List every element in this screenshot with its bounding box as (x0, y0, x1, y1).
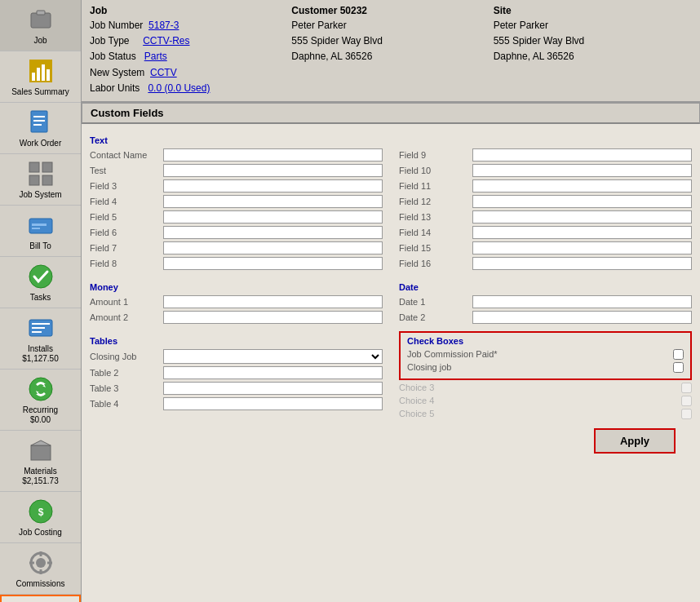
recurring-icon (26, 374, 55, 404)
site-name: Peter Parker (494, 20, 548, 31)
sidebar-item-custom-fields[interactable]: Custom Fields (0, 595, 81, 602)
new-system-value[interactable]: CCTV (150, 67, 177, 78)
amount1-input[interactable] (163, 295, 383, 308)
field11-input[interactable] (472, 179, 692, 193)
field16-input[interactable] (472, 257, 692, 270)
amount1-label: Amount 1 (90, 297, 163, 307)
money-section: Money Amount 1 Amount 2 (90, 277, 383, 326)
field7-input[interactable] (163, 241, 383, 255)
field12-label: Field 12 (399, 197, 472, 206)
field8-label: Field 8 (90, 259, 163, 268)
table2-input[interactable] (163, 366, 383, 379)
table3-input[interactable] (163, 382, 383, 395)
date2-label: Date 2 (399, 312, 472, 322)
closing-job-select[interactable] (163, 349, 383, 364)
money-date-sections: Money Amount 1 Amount 2 Date Date 1 (90, 277, 692, 326)
sidebar-item-job[interactable]: Job (0, 0, 81, 51)
field-row-field16: Field 16 (399, 257, 692, 270)
field-row-field3: Field 3 (90, 179, 383, 193)
field-row-contact-name: Contact Name (90, 148, 383, 162)
choice3-checkbox[interactable] (681, 383, 692, 393)
col2-header: Customer 50232 (291, 5, 490, 16)
sidebar-item-work-order[interactable]: Work Order (0, 103, 81, 154)
tables-checkboxes-section: Tables Closing Job Table 2 Table 3 (90, 331, 692, 422)
field15-input[interactable] (472, 241, 692, 255)
choice5-checkbox[interactable] (681, 409, 692, 419)
apply-button[interactable]: Apply (594, 428, 676, 454)
svg-rect-12 (42, 162, 52, 172)
checkbox-row-choice3: Choice 3 (399, 383, 692, 393)
field5-input[interactable] (163, 210, 383, 224)
checkbox-row-choice5: Choice 5 (399, 409, 692, 419)
field13-label: Field 13 (399, 212, 472, 222)
job-commission-paid-checkbox[interactable] (673, 349, 684, 360)
sidebar-item-recurring[interactable]: Recurring$0.00 (0, 370, 81, 431)
date1-input[interactable] (472, 295, 692, 308)
sidebar-item-materials[interactable]: Materials$2,151.73 (0, 431, 81, 492)
field8-input[interactable] (163, 257, 383, 270)
table4-label: Table 4 (90, 399, 163, 409)
choice4-checkbox[interactable] (681, 396, 692, 406)
field13-input[interactable] (472, 210, 692, 224)
field4-input[interactable] (163, 195, 383, 208)
date2-input[interactable] (472, 311, 692, 324)
test-label: Test (90, 166, 163, 175)
check-boxes-bordered: Check Boxes Job Commission Paid* Closing… (399, 331, 692, 380)
field6-input[interactable] (163, 226, 383, 239)
field-row-test: Test (90, 164, 383, 177)
check-boxes-label: Check Boxes (407, 336, 684, 346)
job-header: Job Job Number 5187-3 Job Type CCTV-Res … (82, 0, 700, 103)
field5-label: Field 5 (90, 212, 163, 222)
field16-label: Field 16 (399, 259, 472, 268)
sidebar-item-tasks[interactable]: Tasks (0, 257, 81, 308)
checkbox-row-job-commission: Job Commission Paid* (407, 349, 684, 360)
svg-rect-5 (42, 64, 45, 81)
svg-rect-21 (32, 327, 45, 329)
field9-input[interactable] (472, 148, 692, 162)
field14-input[interactable] (472, 226, 692, 239)
sidebar: Job Sales Summary Work Order (0, 0, 82, 602)
date-section-label: Date (399, 282, 692, 292)
field10-input[interactable] (472, 164, 692, 177)
sidebar-item-installs[interactable]: Installs$1,127.50 (0, 308, 81, 370)
text-fields-grid: Contact Name Test Field 3 Field 4 (90, 148, 692, 272)
job-number-value[interactable]: 5187-3 (148, 20, 179, 31)
closing-job-label: Closing Job (90, 352, 163, 361)
field3-label: Field 3 (90, 181, 163, 191)
job-status-value[interactable]: Parts (144, 51, 167, 62)
text-fields-left: Contact Name Test Field 3 Field 4 (90, 148, 383, 272)
field12-input[interactable] (472, 195, 692, 208)
apply-button-area: Apply (90, 428, 692, 454)
field3-input[interactable] (163, 179, 383, 193)
closing-job-checkbox[interactable] (673, 362, 684, 373)
sidebar-item-label-work-order: Work Order (20, 139, 62, 148)
contact-name-input[interactable] (163, 148, 383, 162)
sidebar-item-bill-to[interactable]: Bill To (0, 206, 81, 257)
sidebar-item-job-costing[interactable]: $ Job Costing (0, 492, 81, 543)
sidebar-item-label-tasks: Tasks (30, 293, 51, 303)
field7-label: Field 7 (90, 243, 163, 253)
sidebar-item-label-recurring: Recurring$0.00 (23, 405, 58, 425)
field-row-field14: Field 14 (399, 226, 692, 239)
field11-label: Field 11 (399, 181, 472, 191)
closing-job-cb-label: Closing job (407, 362, 670, 372)
job-costing-icon: $ (26, 497, 55, 526)
amount2-label: Amount 2 (90, 312, 163, 322)
labor-units-value[interactable]: 0.0 (0.0 Used) (148, 82, 210, 94)
svg-rect-13 (29, 175, 39, 185)
svg-point-29 (36, 558, 46, 568)
job-type-value[interactable]: CCTV-Res (143, 35, 189, 46)
sidebar-item-commissions[interactable]: Commissions (0, 543, 81, 595)
test-input[interactable] (163, 164, 383, 177)
sidebar-item-job-system[interactable]: Job System (0, 154, 81, 206)
sidebar-item-sales-summary[interactable]: Sales Summary (0, 51, 81, 103)
customer-addr1: 555 Spider Way Blvd (291, 35, 383, 46)
table4-input[interactable] (163, 397, 383, 410)
tables-section-label: Tables (90, 336, 383, 346)
svg-rect-6 (47, 69, 50, 81)
svg-rect-14 (42, 175, 52, 185)
site-details: Peter Parker 555 Spider Way Blvd Daphne,… (494, 18, 692, 65)
field4-label: Field 4 (90, 197, 163, 206)
sidebar-item-label-bill-to: Bill To (29, 241, 51, 251)
amount2-input[interactable] (163, 311, 383, 324)
